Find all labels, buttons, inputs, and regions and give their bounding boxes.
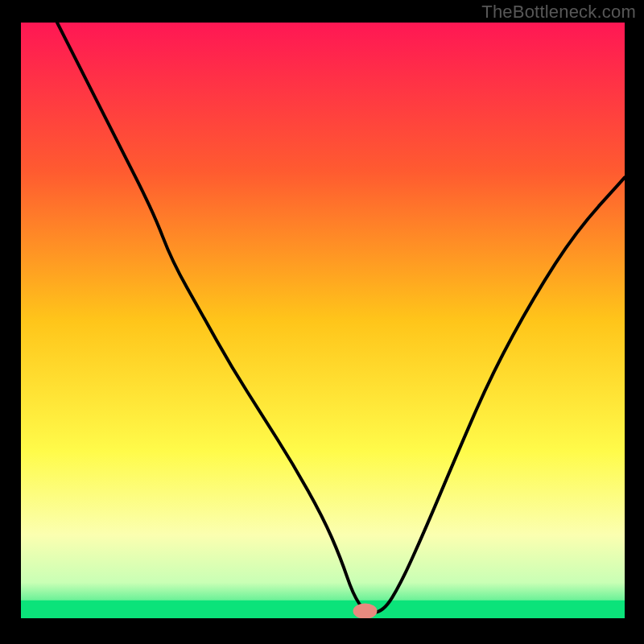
green-band <box>21 601 625 618</box>
optimum-marker <box>353 604 378 619</box>
chart-frame: TheBottleneck.com <box>0 0 644 644</box>
plot-area <box>21 23 625 618</box>
bottleneck-chart <box>21 23 625 618</box>
attribution-label: TheBottleneck.com <box>481 2 636 23</box>
gradient-background <box>21 23 625 618</box>
